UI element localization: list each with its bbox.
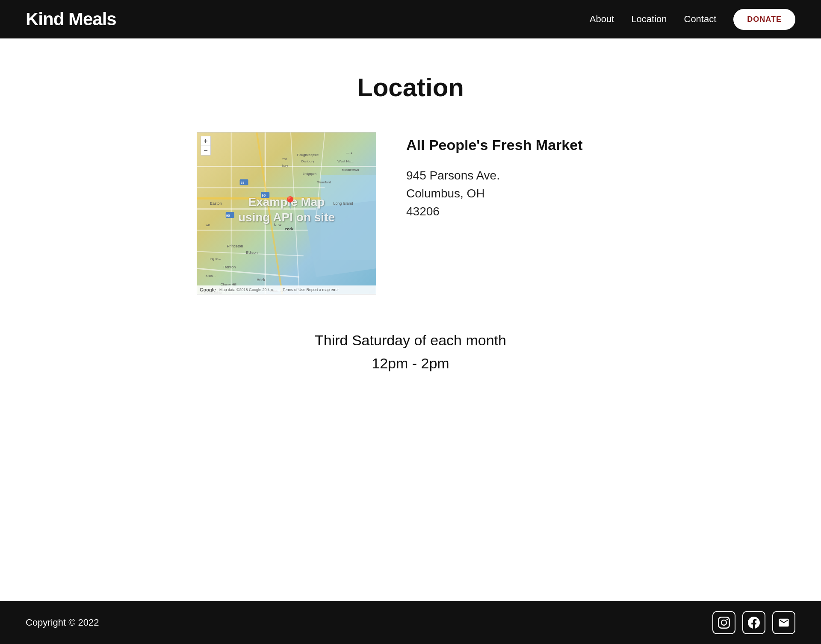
map-footer-text: Map data ©2018 Google 20 km —— Terms of …: [219, 288, 339, 292]
google-logo: Google: [200, 287, 216, 292]
svg-marker-1: [304, 200, 376, 277]
nav-location[interactable]: Location: [631, 14, 667, 25]
svg-text:West Har...: West Har...: [337, 159, 354, 163]
map-background: Easton wn ing of... alsla... New York Pr…: [197, 132, 376, 294]
email-icon[interactable]: [772, 611, 795, 634]
svg-text:Poughkeepsie: Poughkeepsie: [297, 153, 319, 157]
svg-text:Stamford: Stamford: [317, 180, 331, 184]
address-line3: 43206: [406, 205, 440, 218]
svg-text:ing of...: ing of...: [210, 257, 221, 261]
address-line1: 945 Parsons Ave.: [406, 169, 500, 182]
map-zoom-out[interactable]: −: [201, 146, 210, 155]
schedule-block: Third Saturday of each month 12pm - 2pm: [315, 329, 506, 375]
donate-button[interactable]: DONATE: [733, 9, 795, 30]
map-zoom-in[interactable]: +: [201, 136, 210, 146]
facebook-icon[interactable]: [742, 611, 765, 634]
venue-name: All People's Fresh Market: [406, 136, 582, 154]
social-icons: [712, 611, 795, 634]
svg-text:bury: bury: [282, 164, 288, 168]
svg-text:— 1: — 1: [346, 151, 352, 155]
svg-text:wn: wn: [205, 223, 210, 227]
svg-text:Danbury: Danbury: [301, 159, 314, 163]
address-line2: Columbus, OH: [406, 187, 485, 200]
map-footer: Google Map data ©2018 Google 20 km —— Te…: [197, 285, 376, 294]
svg-text:alsla...: alsla...: [206, 274, 216, 278]
svg-text:78: 78: [241, 181, 245, 185]
location-section: Easton wn ing of... alsla... New York Pr…: [197, 132, 624, 294]
nav-contact[interactable]: Contact: [684, 14, 717, 25]
svg-text:Easton: Easton: [210, 201, 222, 206]
copyright-text: Copyright © 2022: [26, 617, 99, 628]
site-header: Kind Meals About Location Contact DONATE: [0, 0, 821, 38]
svg-text:Bridgeport: Bridgeport: [303, 172, 316, 176]
schedule-line2: 12pm - 2pm: [315, 352, 506, 375]
svg-text:95: 95: [226, 214, 230, 218]
nav-about[interactable]: About: [590, 14, 614, 25]
map-toolbar[interactable]: + −: [201, 136, 211, 156]
svg-text:York: York: [284, 226, 294, 231]
schedule-line1: Third Saturday of each month: [315, 329, 506, 352]
address-block: 945 Parsons Ave. Columbus, OH 43206: [406, 167, 582, 221]
svg-text:Long Island: Long Island: [333, 201, 353, 206]
svg-text:Middletown: Middletown: [342, 168, 359, 172]
address-info: All People's Fresh Market 945 Parsons Av…: [406, 132, 582, 221]
svg-text:Princeton: Princeton: [227, 244, 243, 248]
site-footer: Copyright © 2022: [0, 601, 821, 644]
map-container: Easton wn ing of... alsla... New York Pr…: [197, 132, 376, 294]
svg-text:Brick: Brick: [257, 278, 265, 282]
map-pin: 📍: [283, 196, 298, 210]
page-title: Location: [357, 73, 464, 102]
main-nav: About Location Contact DONATE: [590, 9, 795, 30]
site-title: Kind Meals: [26, 9, 116, 29]
svg-text:95: 95: [262, 194, 266, 197]
svg-text:209: 209: [282, 158, 287, 161]
svg-text:Edison: Edison: [246, 250, 258, 255]
map-roads-svg: Easton wn ing of... alsla... New York Pr…: [197, 132, 376, 294]
svg-text:New: New: [274, 223, 281, 227]
main-content: Location: [0, 38, 821, 601]
instagram-icon[interactable]: [712, 611, 735, 634]
svg-line-13: [257, 132, 282, 294]
svg-text:Trenton: Trenton: [223, 265, 236, 269]
